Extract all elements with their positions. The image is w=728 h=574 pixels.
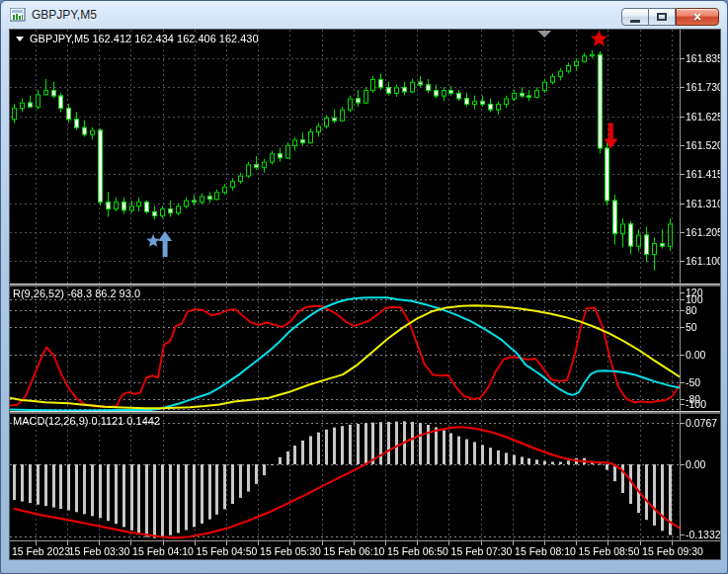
symbol-ohlc-text: GBPJPY,M5 162.412 162.434 162.406 162.43… <box>30 33 259 44</box>
window-title: GBPJPY,M5 <box>32 8 97 22</box>
time-axis-label: 15 Feb 06:50 <box>387 545 448 557</box>
oscillator-tick-label: 80 <box>686 304 697 316</box>
macd-tick-label: 0.00 <box>686 458 705 470</box>
maximize-button[interactable] <box>649 8 676 26</box>
time-axis-label: 15 Feb 08:50 <box>579 545 640 557</box>
chevron-down-icon[interactable] <box>16 37 24 41</box>
maximize-icon <box>657 13 667 21</box>
price-tick-label: 161.520 <box>686 139 721 151</box>
chart-symbol-label: GBPJPY,M5 162.412 162.434 162.406 162.43… <box>16 33 259 44</box>
price-tick-label: 161.835 <box>686 52 721 64</box>
oscillator-tick-label: 100 <box>686 293 703 305</box>
oscillator-tick-label: 0.00 <box>686 349 705 361</box>
minimize-button[interactable] <box>621 8 649 26</box>
price-tick-label: 161.415 <box>686 168 721 180</box>
macd-tick-label: -0.1332 <box>686 529 721 540</box>
time-axis-label: 15 Feb 2023 <box>12 545 70 557</box>
oscillator-tick-label: -100 <box>686 398 706 410</box>
chart-window-icon <box>10 8 26 22</box>
oscillator-tick-label: 50 <box>686 321 697 333</box>
price-tick-label: 161.730 <box>686 81 721 93</box>
price-tick-label: 161.100 <box>686 255 721 267</box>
time-axis-label: 15 Feb 09:30 <box>642 545 703 557</box>
time-axis-label: 15 Feb 08:10 <box>515 545 576 557</box>
oscillator-label: R(9,26,52) -68.3 86.2 93.0 <box>13 287 140 299</box>
titlebar[interactable]: GBPJPY,M5 × <box>1 1 727 29</box>
minimize-icon <box>630 20 640 23</box>
price-tick-label: 161.310 <box>686 198 721 209</box>
macd-tick-label: 0.0767 <box>686 417 717 429</box>
time-axis-label: 15 Feb 07:30 <box>451 545 513 557</box>
chart-client-area: GBPJPY,M5 162.412 162.434 162.406 162.43… <box>9 29 721 560</box>
app-window: GBPJPY,M5 × GBPJPY,M5 162.412 162.434 16… <box>0 0 728 574</box>
close-icon: × <box>693 10 701 24</box>
time-axis-label: 15 Feb 05:30 <box>260 545 321 557</box>
oscillator-tick-label: -50 <box>686 376 700 388</box>
time-axis-label: 15 Feb 06:10 <box>324 545 385 557</box>
time-axis-label: 15 Feb 04:10 <box>132 545 194 557</box>
price-tick-label: 161.205 <box>686 226 721 238</box>
price-tick-label: 161.625 <box>686 111 721 123</box>
close-button[interactable]: × <box>676 8 719 26</box>
time-axis-label: 15 Feb 03:30 <box>69 545 130 557</box>
macd-label: MACD(12,26,9) 0.1121 0.1442 <box>13 415 160 427</box>
time-axis-label: 15 Feb 04:50 <box>197 545 258 557</box>
